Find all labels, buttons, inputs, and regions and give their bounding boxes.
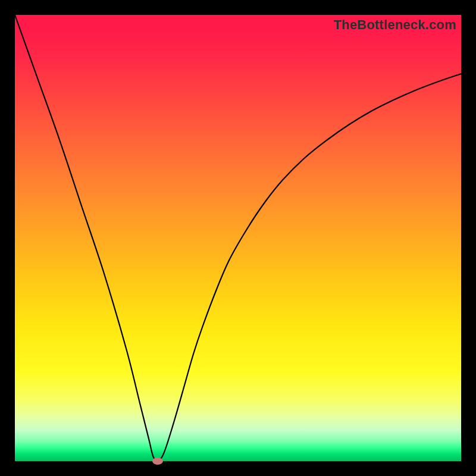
minimum-marker [152, 458, 163, 465]
bottleneck-curve [15, 15, 461, 461]
plot-area: TheBottleneck.com [15, 15, 461, 461]
chart-frame: TheBottleneck.com [0, 0, 476, 476]
